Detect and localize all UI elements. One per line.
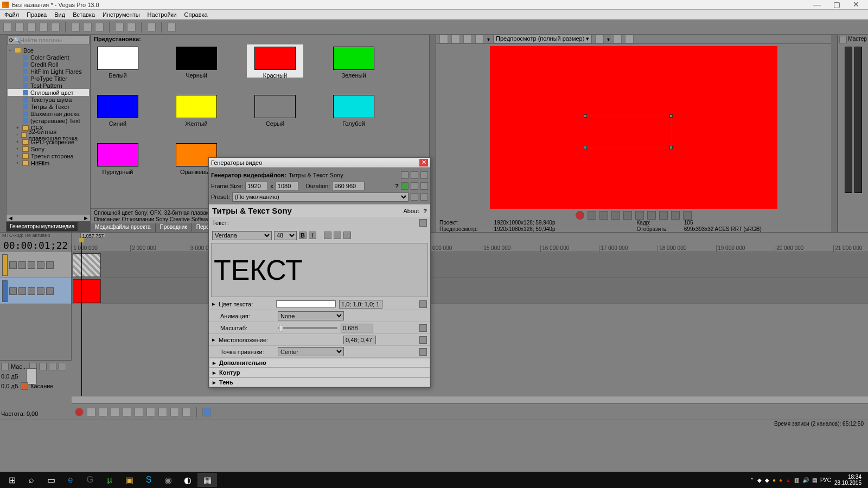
about-link[interactable]: About	[404, 208, 419, 214]
track-number-icon[interactable]	[2, 254, 8, 276]
pv-save-icon[interactable]	[625, 35, 634, 43]
frame-width-input[interactable]	[245, 182, 268, 190]
close-button[interactable]: ✕	[846, 1, 866, 9]
tray-notifications-icon[interactable]: ▤	[812, 477, 817, 483]
tray-volume-icon[interactable]: 🔊	[802, 477, 809, 483]
expand-icon[interactable]: ▸	[212, 336, 215, 343]
tree-leaf[interactable]: Test Pattern	[8, 82, 89, 89]
snap-icon[interactable]	[147, 23, 156, 31]
tree-leaf[interactable]: ProType Titler	[8, 75, 89, 82]
tree-folder[interactable]: +Третья сторона	[8, 152, 89, 159]
tray-lang[interactable]: РУС	[820, 477, 831, 483]
tree-folder[interactable]: +Sony	[8, 145, 89, 152]
tree-folder[interactable]: +32-битная плавающая точка	[8, 131, 89, 138]
track-solo-icon[interactable]	[46, 287, 54, 295]
tl-tool-icon[interactable]	[202, 408, 211, 416]
tray-icon[interactable]: ▲	[786, 477, 791, 483]
duration-input[interactable]	[332, 182, 365, 190]
preset-Зеленый[interactable]: Зеленый	[332, 47, 375, 79]
preset-Желтый[interactable]: Желтый	[175, 95, 218, 127]
stop-icon[interactable]	[635, 211, 644, 220]
render-icon[interactable]	[39, 23, 48, 31]
tl-loop-icon[interactable]	[87, 408, 95, 416]
resize-handle[interactable]	[584, 146, 587, 149]
pause-icon[interactable]	[623, 211, 632, 220]
play-icon[interactable]	[611, 211, 620, 220]
track-header-1[interactable]	[0, 252, 71, 278]
edge-icon[interactable]: e	[61, 473, 80, 487]
tree-root[interactable]: −Все	[8, 47, 89, 54]
loop-icon[interactable]	[588, 211, 596, 220]
position-value-input[interactable]	[343, 336, 376, 344]
keyframe-icon[interactable]	[419, 324, 427, 332]
play-start-icon[interactable]	[599, 211, 608, 220]
video-clip-solid[interactable]	[73, 279, 101, 303]
tree-leaf[interactable]: Шахматная доска	[8, 110, 89, 117]
meter-right[interactable]	[854, 47, 862, 193]
track-bypass-icon[interactable]	[18, 287, 26, 295]
search-input[interactable]	[20, 37, 95, 43]
track-mute-icon[interactable]	[37, 261, 44, 269]
resize-handle[interactable]	[584, 114, 587, 118]
color-swatch[interactable]	[276, 300, 336, 307]
prev-frame-icon[interactable]	[671, 211, 680, 220]
menu-file[interactable]: Файл	[4, 11, 19, 18]
preset-Черный[interactable]: Черный	[175, 47, 218, 79]
marker-bar[interactable]: 1;057 757	[72, 233, 868, 238]
preset-dropdown[interactable]: (По умолчанию)	[232, 192, 409, 202]
italic-button[interactable]: I	[309, 232, 316, 239]
keyframe-icon[interactable]	[419, 336, 427, 344]
tab-generators[interactable]: Генераторы мультимедиа	[7, 222, 78, 231]
video-clip-text[interactable]	[73, 253, 101, 277]
menu-insert[interactable]: Вставка	[73, 11, 95, 18]
meter-left[interactable]	[845, 47, 852, 193]
refresh-icon[interactable]: ⟳	[9, 37, 14, 44]
master-icon[interactable]	[839, 36, 847, 43]
section-shadow[interactable]: ▸Тень	[209, 377, 430, 387]
mixer-btn-icon[interactable]	[49, 363, 56, 370]
tree-leaf-selected[interactable]: Сплошной цвет	[8, 89, 89, 96]
scale-value-input[interactable]	[341, 324, 373, 332]
save-icon[interactable]	[27, 23, 36, 31]
tray-clock[interactable]: 18:3428.10.2015	[834, 474, 861, 486]
app-icon[interactable]: G	[80, 473, 100, 487]
preview-canvas[interactable]	[490, 46, 777, 209]
maximize-button[interactable]: ▢	[827, 1, 846, 9]
save-preset-icon[interactable]	[411, 182, 418, 190]
tree-leaf[interactable]: Color Gradient	[8, 54, 89, 61]
open-icon[interactable]	[15, 23, 24, 31]
text-selection-box[interactable]	[585, 115, 672, 148]
bold-button[interactable]: B	[299, 232, 307, 239]
playhead-handle-icon[interactable]	[79, 238, 84, 242]
utorrent-icon[interactable]: µ	[100, 473, 119, 487]
font-size-dropdown[interactable]: 48	[274, 231, 297, 240]
timeline-track-2[interactable]	[72, 278, 868, 304]
list-view-icon[interactable]	[411, 171, 418, 179]
preset-Голубой[interactable]: Голубой	[332, 95, 375, 127]
menu-settings[interactable]: Настройки	[148, 11, 177, 18]
dock-left[interactable]	[0, 35, 7, 232]
start-button[interactable]: ⊞	[2, 473, 22, 487]
goto-start-icon[interactable]	[647, 211, 656, 220]
copy-icon[interactable]	[83, 23, 92, 31]
track-number-icon[interactable]	[2, 280, 8, 302]
dialog-close-button[interactable]: ✕	[419, 159, 428, 166]
pv-split-icon[interactable]	[451, 35, 460, 43]
track-header-2[interactable]	[0, 278, 71, 304]
align-right-icon[interactable]	[343, 232, 351, 239]
replace-icon[interactable]	[401, 182, 409, 190]
track-solo-icon[interactable]	[46, 261, 54, 269]
tl-record-icon[interactable]	[75, 408, 84, 416]
tl-play-start-icon[interactable]	[99, 408, 107, 416]
next-frame-icon[interactable]	[683, 211, 692, 220]
menu-view[interactable]: Вид	[54, 11, 65, 18]
pv-fx-icon[interactable]	[439, 35, 448, 43]
timecode-display[interactable]: 00:00:01;22	[0, 238, 71, 252]
tree-leaf[interactable]: HitFilm Light Flares	[8, 68, 89, 75]
grid-view-icon[interactable]	[420, 171, 428, 179]
tl-prev-frame-icon[interactable]	[170, 408, 179, 416]
mixer-icon[interactable]	[1, 363, 9, 370]
playhead[interactable]	[81, 238, 82, 396]
track-mute-icon[interactable]	[37, 287, 44, 295]
tree-leaf[interactable]: Текстура шума	[8, 96, 89, 103]
